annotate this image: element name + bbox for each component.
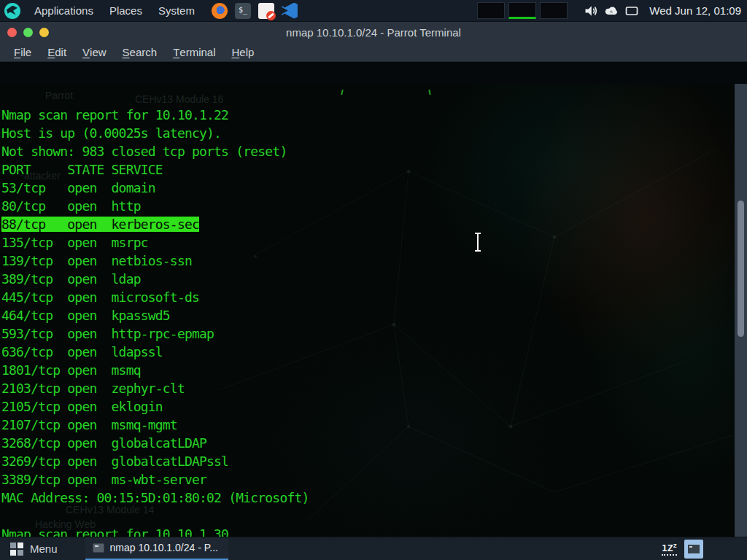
tray-terminal-active-icon[interactable] xyxy=(684,540,703,559)
terminal-line: 53/tcp open domain xyxy=(1,179,732,197)
parrot-menu-icon[interactable] xyxy=(4,3,20,19)
menu-label: Menu xyxy=(30,542,58,555)
terminal-window: nmap 10.10.1.0/24 - Parrot Terminal File… xyxy=(0,22,747,537)
workspace-1[interactable] xyxy=(477,2,505,19)
maximize-button[interactable] xyxy=(39,28,49,37)
taskbar-menu-button[interactable]: Menu xyxy=(0,537,68,560)
desktop-icon-label: Parrot xyxy=(45,90,73,101)
menu-applications[interactable]: Applications xyxy=(26,0,101,22)
terminal-line: 139/tcp open netbios-ssn xyxy=(1,252,732,270)
terminal-line: 3269/tcp open globalcatLDAPssl xyxy=(1,452,732,470)
task-label: nmap 10.10.1.0/24 - P... xyxy=(110,542,218,553)
panel-clock[interactable]: Wed Jun 12, 01:09 xyxy=(649,4,741,17)
taskbar-tray: 1Zz xyxy=(662,540,747,559)
terminal-line: 135/tcp open msrpc xyxy=(1,233,732,252)
terminal-line: 593/tcp open http-rpc-epmap xyxy=(1,324,732,343)
terminal-line: 464/tcp open kpasswd5 xyxy=(1,306,732,324)
parrot-bird-glyph xyxy=(7,6,18,15)
scrollbar-track[interactable] xyxy=(735,84,747,559)
window-title: nmap 10.10.1.0/24 - Parrot Terminal xyxy=(0,26,747,39)
terminal-line: Not shown: 983 closed tcp ports (reset) xyxy=(1,142,732,160)
workspace-switcher xyxy=(477,2,568,19)
menubar-view[interactable]: View xyxy=(74,42,115,62)
close-button[interactable] xyxy=(7,28,17,37)
terminal-line: Nmap scan report for 10.10.1.22 xyxy=(1,106,732,124)
window-controls xyxy=(7,28,49,37)
terminal-line: 389/tcp open ldap xyxy=(1,270,732,288)
ibeam-cursor xyxy=(473,231,483,253)
terminal-output: Nmap scan report for 10.10.1.22Host is u… xyxy=(1,106,732,559)
terminal-launcher-icon[interactable]: $_ xyxy=(235,3,251,19)
volume-icon[interactable] xyxy=(584,4,598,18)
terminal-line: 2105/tcp open eklogin xyxy=(1,397,732,416)
desktop-icon-label: CEHv13 Module 16 xyxy=(135,93,223,105)
workspace-2-active[interactable] xyxy=(508,2,536,19)
blocked-badge-icon xyxy=(266,11,276,20)
cloud-sync-icon[interactable] xyxy=(604,4,619,18)
terminal-line: 3268/tcp open globalcatLDAP xyxy=(1,434,732,452)
terminal-line: 2103/tcp open zephyr-clt xyxy=(1,379,732,397)
terminal-line: 636/tcp open ldapssl xyxy=(1,343,732,361)
minimize-button[interactable] xyxy=(23,28,33,37)
terminal-line: 88/tcp open kerberos-sec xyxy=(1,215,732,233)
menu-grid-icon xyxy=(10,542,23,556)
menubar-search[interactable]: Search xyxy=(115,42,166,62)
keyboard-sleep-indicator-icon[interactable]: 1Zz xyxy=(662,542,677,556)
terminal-line: 80/tcp open http xyxy=(1,197,732,215)
taskbar-task-terminal[interactable]: nmap 10.10.1.0/24 - P... xyxy=(85,537,228,560)
highlighted-selection: 88/tcp open kerberos-sec xyxy=(1,217,199,232)
window-titlebar[interactable]: nmap 10.10.1.0/24 - Parrot Terminal xyxy=(0,22,747,42)
terminal-viewport[interactable]: ParrotCEHv13 Module 16attackerCEHv13 Mod… xyxy=(0,84,747,559)
menu-places[interactable]: Places xyxy=(101,0,150,22)
blocked-file-icon[interactable] xyxy=(258,3,274,19)
terminal-line: PORT STATE SERVICE xyxy=(1,160,732,179)
terminal-line: 2107/tcp open msmq-mgmt xyxy=(1,416,732,434)
terminal-task-icon xyxy=(93,543,104,553)
terminal-line: 3389/tcp open ms-wbt-server xyxy=(1,470,732,489)
display-icon[interactable] xyxy=(624,4,639,18)
panel-right: Wed Jun 12, 01:09 xyxy=(477,2,747,19)
quick-launchers: $_ xyxy=(212,3,298,19)
workspace-3[interactable] xyxy=(540,2,568,19)
menubar-terminal[interactable]: Terminal xyxy=(165,42,223,62)
terminal-line xyxy=(1,507,732,525)
terminal-line: 1801/tcp open msmq xyxy=(1,361,732,379)
terminal-line: Host is up (0.00025s latency). xyxy=(1,124,732,142)
terminal-menubar: File Edit View Search Terminal Help xyxy=(0,42,747,62)
menu-system[interactable]: System xyxy=(150,0,203,22)
top-panel: Applications Places System $_ xyxy=(0,0,747,22)
terminal-line: 445/tcp open microsoft-ds xyxy=(1,288,732,306)
vscode-icon[interactable] xyxy=(282,3,298,19)
clipped-text-fragment xyxy=(341,90,344,95)
menubar-edit[interactable]: Edit xyxy=(39,42,74,62)
terminal-line: MAC Address: 00:15:5D:01:80:02 (Microsof… xyxy=(1,489,732,507)
scrollbar-thumb[interactable] xyxy=(738,201,744,337)
tray-terminal-glyph xyxy=(688,545,700,553)
desktop: Applications Places System $_ xyxy=(0,0,747,560)
menubar-file[interactable]: File xyxy=(6,42,39,62)
clipped-text-fragment xyxy=(428,90,430,95)
taskbar: Menu nmap 10.10.1.0/24 - P... 1Zz xyxy=(0,537,747,560)
menubar-help[interactable]: Help xyxy=(223,42,262,62)
firefox-icon[interactable] xyxy=(212,3,228,19)
